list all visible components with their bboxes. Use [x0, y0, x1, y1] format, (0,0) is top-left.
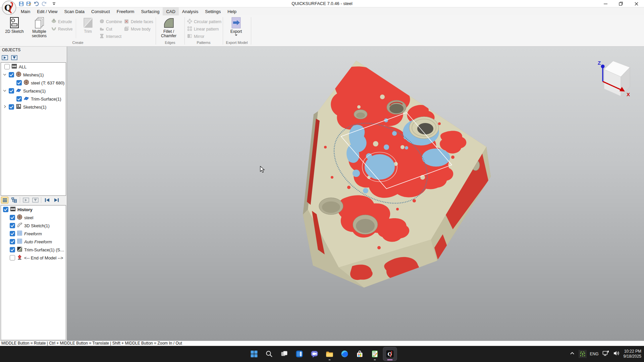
- checkbox-end-of-model[interactable]: [10, 255, 15, 260]
- checkbox-3d-sketch[interactable]: [10, 223, 15, 228]
- tree-item-sketches[interactable]: Sketches(1): [1, 103, 66, 111]
- tab-construct[interactable]: Construct: [88, 7, 113, 15]
- fillet-chamfer-button[interactable]: Fillet / Chamfer: [158, 16, 180, 38]
- tree-item-surfaces[interactable]: Surfaces(1): [1, 87, 66, 95]
- delete-faces-button[interactable]: Delete faces: [124, 19, 153, 25]
- circular-pattern-button[interactable]: Circular pattern: [187, 19, 221, 25]
- tray-chevron-up-icon[interactable]: [569, 350, 575, 358]
- history-item-3d-sketch[interactable]: 3D Sketch(1): [1, 222, 66, 230]
- checkbox-history[interactable]: [3, 207, 8, 212]
- 3d-viewport[interactable]: Z X: [67, 47, 644, 341]
- clock[interactable]: 10:22 PM 9/18/2025: [624, 349, 641, 359]
- history-filter-button[interactable]: [32, 197, 39, 203]
- objects-panel-title: OBJECTS: [2, 48, 20, 52]
- quicksurface-taskbar-icon[interactable]: Q: [383, 347, 397, 361]
- combine-button[interactable]: Combine: [99, 19, 122, 25]
- tab-analysis[interactable]: Analysis: [179, 7, 202, 15]
- linear-pattern-button[interactable]: Linear pattern: [187, 26, 219, 32]
- revolve-button[interactable]: Revolve: [51, 26, 72, 32]
- 2d-sketch-button[interactable]: 2D Sketch: [4, 16, 25, 34]
- history-item-steel[interactable]: steel: [1, 214, 66, 222]
- history-item-freeform[interactable]: Freeform: [1, 230, 66, 238]
- collapse-chevron-icon[interactable]: [3, 89, 7, 93]
- tree-item-meshes[interactable]: Meshes(1): [1, 71, 66, 79]
- checkbox-history-trim-surface[interactable]: [10, 247, 15, 252]
- save-as-icon[interactable]: [25, 1, 32, 6]
- tab-help[interactable]: Help: [224, 7, 240, 15]
- history-item-end-of-model[interactable]: <-- End of Model -->: [1, 254, 66, 262]
- redo-icon[interactable]: [41, 1, 47, 6]
- status-bar: MIDDLE Button = Rotate | Ctrl + MIDDLE B…: [0, 341, 644, 346]
- trim-button[interactable]: Trim: [78, 16, 98, 34]
- move-body-button[interactable]: Move body: [124, 26, 151, 32]
- intersect-icon: [99, 34, 104, 40]
- edge-icon[interactable]: [338, 347, 352, 361]
- revolve-icon: [51, 26, 56, 32]
- objects-filter-button[interactable]: [10, 54, 18, 61]
- checkbox-freeform[interactable]: [10, 231, 15, 236]
- objects-toolbar: [1, 54, 18, 61]
- store-icon[interactable]: [353, 347, 367, 361]
- system-tray: ENG 10:22 PM 9/18/2025: [569, 346, 641, 362]
- intersect-button[interactable]: Intersect: [99, 34, 121, 40]
- mirror-button[interactable]: Mirror: [187, 34, 204, 40]
- export-dropdown-caret[interactable]: [235, 35, 237, 36]
- widgets-icon[interactable]: [293, 347, 306, 361]
- tree-item-all[interactable]: ALL: [1, 63, 66, 71]
- ribbon-cad: 2D Sketch Multiple sections Extrude Revo…: [0, 15, 644, 47]
- cut-button[interactable]: Cut: [99, 26, 112, 32]
- task-view-icon[interactable]: [278, 347, 291, 361]
- save-icon[interactable]: [18, 1, 24, 6]
- start-button[interactable]: [248, 347, 261, 361]
- minimize-button[interactable]: [598, 0, 613, 7]
- tree-item-trim-surface[interactable]: Trim-Surface(1): [1, 95, 66, 103]
- history-skip-to-end-button[interactable]: [53, 197, 60, 203]
- checkbox-surfaces[interactable]: [9, 88, 14, 94]
- grid-icon: [17, 238, 22, 245]
- taskbar: Q ENG 10:22 PM 9/18/2025: [0, 346, 644, 362]
- history-tree-view-button[interactable]: [10, 197, 18, 203]
- checkbox-auto-freeform[interactable]: [10, 239, 15, 244]
- notes-app-icon[interactable]: [368, 347, 382, 361]
- trim-icon: [78, 16, 98, 29]
- checkbox-all[interactable]: [4, 64, 10, 69]
- history-skip-to-start-button[interactable]: [43, 197, 51, 203]
- export-button[interactable]: Export: [225, 16, 247, 36]
- collapse-chevron-icon[interactable]: [3, 73, 7, 77]
- tab-edit-view[interactable]: Edit / View: [34, 7, 61, 15]
- objects-play-button[interactable]: [1, 54, 8, 61]
- checkbox-history-steel[interactable]: [10, 215, 15, 220]
- tab-scan-data[interactable]: Scan Data: [61, 7, 88, 15]
- multiple-sections-button[interactable]: Multiple sections: [27, 16, 52, 38]
- expand-chevron-icon[interactable]: [3, 105, 7, 109]
- undo-icon[interactable]: [34, 1, 40, 6]
- quick-access-dropdown-icon[interactable]: [51, 1, 57, 6]
- history-list-view-button[interactable]: [1, 197, 8, 203]
- search-icon[interactable]: [263, 347, 276, 361]
- tab-settings[interactable]: Settings: [202, 7, 224, 15]
- network-icon[interactable]: [602, 350, 609, 358]
- history-item-auto-freeform[interactable]: Auto Freeform: [1, 238, 66, 246]
- restore-button[interactable]: [613, 0, 629, 7]
- orientation-axis-widget[interactable]: Z X: [592, 57, 636, 102]
- language-indicator[interactable]: ENG: [590, 352, 599, 356]
- history-play-button[interactable]: [22, 197, 30, 203]
- close-button[interactable]: [629, 0, 644, 7]
- tab-freeform[interactable]: Freeform: [113, 7, 138, 15]
- tree-item-steel[interactable]: steel (T: 637 680): [1, 79, 66, 87]
- history-header-row[interactable]: History: [1, 205, 66, 214]
- tab-cad[interactable]: CAD: [163, 7, 178, 15]
- tray-app-icon[interactable]: [579, 350, 587, 358]
- tab-main[interactable]: Main: [17, 7, 34, 15]
- checkbox-steel[interactable]: [16, 80, 22, 85]
- history-item-trim-surface[interactable]: Trim-Surface(1) (Surface): [1, 246, 66, 254]
- checkbox-sketches[interactable]: [9, 104, 14, 110]
- quicksurface-logo-icon: Q: [2, 0, 16, 15]
- tab-surfacing[interactable]: Surfacing: [138, 7, 163, 15]
- file-explorer-icon[interactable]: [323, 347, 336, 361]
- checkbox-meshes[interactable]: [9, 72, 14, 77]
- volume-icon[interactable]: [613, 350, 620, 358]
- chat-icon[interactable]: [308, 347, 321, 361]
- extrude-button[interactable]: Extrude: [51, 19, 72, 25]
- checkbox-trim-surface[interactable]: [16, 96, 22, 102]
